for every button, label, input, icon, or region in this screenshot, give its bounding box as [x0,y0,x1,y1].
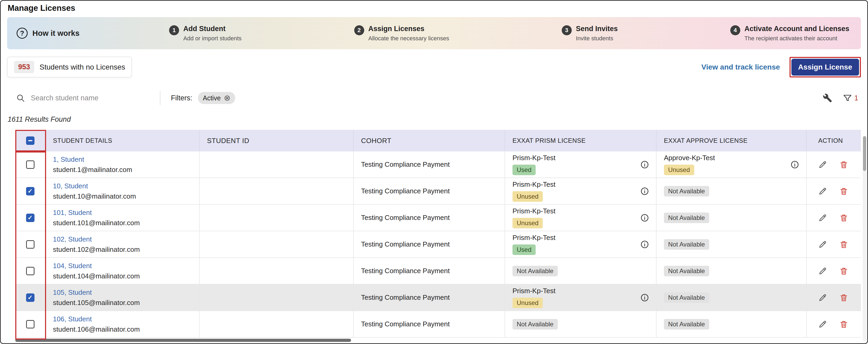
license-info: Prism-Kp-Test Used [513,233,555,255]
vertical-scrollbar[interactable] [863,136,866,341]
student-name-link[interactable]: 10, Student [53,182,88,190]
step-3-number-icon: 3 [562,25,572,35]
delete-trash-icon[interactable] [839,293,848,302]
approve-license-cell: Not Available [656,311,807,337]
summary-actions: View and track license Assign License [701,57,861,77]
funnel-icon [843,93,852,103]
view-track-license-link[interactable]: View and track license [701,63,780,71]
prism-license-cell: Prism-Kp-Test Used [505,152,656,178]
info-icon[interactable] [640,187,649,196]
row-checkbox[interactable] [26,214,34,222]
delete-trash-icon[interactable] [839,320,848,329]
student-email: student.10@mailinator.com [53,192,136,200]
license-status-badge: Not Available [664,186,709,196]
row-checkbox[interactable] [26,240,34,249]
header-action: ACTION [807,130,861,152]
prism-license-cell: Prism-Kp-Test Used [505,231,656,257]
edit-pencil-icon[interactable] [818,267,827,276]
header-student-details: STUDENT DETAILS [45,130,199,152]
filter-chip-active[interactable]: Active ⊗ [198,92,235,104]
assign-license-button[interactable]: Assign License [792,59,859,75]
approve-license-cell: Not Available [656,258,807,284]
info-icon[interactable] [640,293,649,302]
student-name-link[interactable]: 102, Student [53,235,92,243]
edit-pencil-icon[interactable] [818,293,827,302]
delete-trash-icon[interactable] [839,187,848,196]
license-name: Prism-Kp-Test [513,181,555,189]
row-checkbox[interactable] [26,267,34,275]
assign-license-annotation: Assign License [789,57,861,77]
info-icon[interactable] [640,160,649,169]
license-status-badge: Not Available [664,213,709,223]
filter-funnel-button[interactable]: 1 [843,93,858,103]
edit-pencil-icon[interactable] [818,320,827,329]
student-name-link[interactable]: 1, Student [53,155,84,163]
header-student-id: STUDENT ID [199,130,354,152]
delete-trash-icon[interactable] [839,160,848,169]
page-title: Manage Licenses [8,3,867,13]
student-name-link[interactable]: 105, Student [53,288,92,296]
delete-trash-icon[interactable] [839,213,848,222]
filter-chip-label: Active [203,94,221,102]
edit-pencil-icon[interactable] [818,213,827,222]
student-details-cell: 10, Student student.10@mailinator.com [45,178,199,204]
edit-pencil-icon[interactable] [818,187,827,196]
header-exxat-prism-license: EXXAT PRISM LICENSE [505,130,656,152]
license-info: Prism-Kp-Test Unused [513,287,555,308]
approve-license-cell: Not Available [656,284,807,311]
info-icon[interactable] [790,160,799,169]
student-id-cell [199,205,354,231]
action-cell [807,231,861,257]
license-info: Prism-Kp-Test Used [513,154,555,175]
license-info: Approve-Kp-Test Unused [664,154,715,175]
edit-pencil-icon[interactable] [818,240,827,249]
row-checkbox[interactable] [26,293,34,302]
search-input[interactable] [30,94,155,102]
step-subtitle: Add or import students [183,35,242,42]
cohort-cell: Testing Compliance Payment [354,152,505,178]
delete-trash-icon[interactable] [839,240,848,249]
student-id-cell [199,284,354,311]
license-info: Not Available [664,213,709,223]
no-license-count-badge: 953 [14,61,34,73]
active-filter-count: 1 [854,94,858,102]
row-checkbox[interactable] [26,187,34,195]
license-info: Not Available [664,292,709,303]
delete-trash-icon[interactable] [839,267,848,276]
horizontal-scrollbar-thumb[interactable] [15,339,351,342]
step-subtitle: Invite students [576,35,618,42]
select-all-checkbox[interactable] [26,136,34,145]
toolbar-divider [160,91,160,105]
student-name-link[interactable]: 101, Student [53,209,92,217]
student-email: student.101@mailinator.com [53,219,140,227]
search-icon [16,94,25,102]
step-title: Send Invites [576,25,618,33]
students-table: STUDENT DETAILS STUDENT ID COHORT EXXAT … [15,130,861,338]
remove-filter-icon[interactable]: ⊗ [224,94,230,102]
row-checkbox-cell [15,311,45,337]
edit-pencil-icon[interactable] [818,160,827,169]
header-cohort: COHORT [354,130,505,152]
license-info: Prism-Kp-Test Unused [513,181,555,202]
table-row: 1, Student student.1@mailinator.com Test… [15,152,861,178]
license-status-badge: Not Available [664,239,709,250]
step-title: Add Student [183,25,242,33]
row-checkbox-cell [15,152,45,178]
settings-wrench-icon[interactable] [823,93,832,103]
student-name-link[interactable]: 106, Student [53,315,92,323]
step-subtitle: The recipient activates their account [744,35,849,42]
student-details-cell: 106, Student student.106@mailinator.com [45,311,199,337]
student-name-link[interactable]: 104, Student [53,262,92,270]
row-checkbox[interactable] [26,160,34,169]
row-checkbox[interactable] [26,320,34,329]
student-email: student.104@mailinator.com [53,272,140,280]
license-info: Not Available [664,319,709,330]
license-status-badge: Not Available [664,319,709,330]
vertical-scrollbar-thumb[interactable] [863,136,866,171]
action-cell [807,311,861,337]
cohort-cell: Testing Compliance Payment [354,231,505,257]
info-icon[interactable] [640,213,649,222]
license-status-badge: Unused [513,191,543,202]
info-icon[interactable] [640,240,649,249]
how-it-works-label: How it works [32,29,80,38]
